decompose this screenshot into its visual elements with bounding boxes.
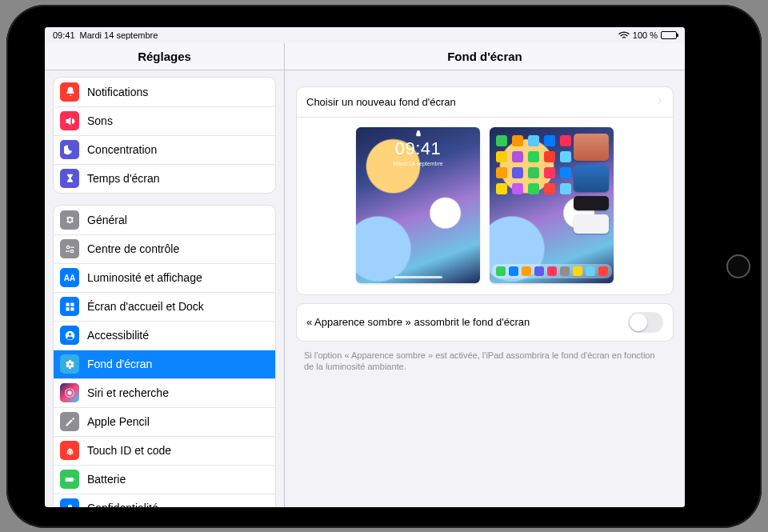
- sidebar-item-label: Centre de contrôle: [87, 242, 267, 255]
- wallpaper-group: Choisir un nouveau fond d'écran 0: [296, 86, 674, 295]
- home-screen-preview[interactable]: [490, 127, 614, 283]
- sidebar-title: Réglages: [45, 43, 285, 70]
- sidebar-item-label: Apple Pencil: [87, 415, 267, 428]
- speaker-icon: [60, 111, 79, 130]
- wallpaper-previews: 09:41 Mardi 14 septembre: [297, 117, 673, 294]
- sidebar-item-label: Sons: [87, 114, 267, 127]
- sidebar-item-privacy[interactable]: Confidentialité: [54, 494, 275, 507]
- aa-icon: AA: [60, 268, 79, 287]
- lock-screen-preview[interactable]: 09:41 Mardi 14 septembre: [356, 127, 480, 283]
- person-icon: [60, 326, 79, 345]
- screen: 09:41 Mardi 14 septembre 100 % Réglages …: [45, 27, 685, 507]
- sidebar-item-label: Touch ID et code: [87, 444, 267, 457]
- sidebar-item-battery[interactable]: Batterie: [54, 465, 275, 494]
- lock-preview-date: Mardi 14 septembre: [356, 161, 480, 166]
- sidebar-item-control-center[interactable]: Centre de contrôle: [54, 234, 275, 263]
- choose-wallpaper-row[interactable]: Choisir un nouveau fond d'écran: [297, 87, 673, 117]
- detail-title: Fond d'écran: [285, 43, 685, 70]
- sidebar-item-focus[interactable]: Concentration: [54, 135, 275, 164]
- sidebar-item-label: Accessibilité: [87, 329, 267, 342]
- switches-icon: [60, 239, 79, 258]
- sidebar-item-label: Notifications: [87, 86, 267, 98]
- status-time: 09:41: [53, 30, 75, 40]
- sidebar-item-label: Temps d'écran: [87, 172, 267, 185]
- status-date: Mardi 14 septembre: [80, 30, 158, 40]
- sidebar-item-screentime[interactable]: Temps d'écran: [54, 164, 275, 193]
- swipe-bar: [394, 276, 442, 278]
- lock-preview-time: 09:41: [356, 138, 480, 159]
- bell-icon: [60, 82, 79, 102]
- home-preview-widgets: [574, 134, 609, 238]
- chevron-right-icon: [657, 95, 663, 109]
- fingerprint-icon: [60, 441, 79, 460]
- choose-wallpaper-label: Choisir un nouveau fond d'écran: [306, 96, 456, 108]
- sidebar-item-label: Concentration: [87, 143, 267, 156]
- status-bar: 09:41 Mardi 14 septembre 100 %: [45, 27, 685, 43]
- sidebar-item-label: Général: [87, 214, 267, 226]
- sidebar-item-touchid[interactable]: Touch ID et code: [54, 436, 275, 465]
- moon-icon: [60, 140, 79, 159]
- battery-icon: [60, 470, 79, 489]
- svg-point-1: [67, 390, 71, 394]
- flower-icon: [60, 354, 79, 374]
- battery-text: 100 %: [633, 30, 658, 40]
- dark-dims-footer: Si l'option « Apparence sombre » est act…: [304, 350, 666, 374]
- sidebar-item-label: Confidentialité: [87, 502, 267, 507]
- dark-dims-label: « Apparence sombre » assombrit le fond d…: [306, 316, 530, 328]
- sidebar-item-label: Batterie: [87, 473, 267, 486]
- sidebar-item-display[interactable]: AALuminosité et affichage: [54, 263, 275, 292]
- sidebar-item-general[interactable]: Général: [54, 206, 275, 234]
- sidebar-item-label: Siri et recherche: [87, 386, 267, 399]
- sidebar-item-accessibility[interactable]: Accessibilité: [54, 321, 275, 350]
- siri-icon: [60, 383, 79, 402]
- ipad-device-frame: 09:41 Mardi 14 septembre 100 % Réglages …: [6, 5, 762, 528]
- detail-pane: Choisir un nouveau fond d'écran 0: [285, 70, 685, 507]
- dark-dims-row[interactable]: « Apparence sombre » assombrit le fond d…: [297, 304, 673, 341]
- home-preview-dock: [492, 264, 612, 278]
- dark-dims-group: « Apparence sombre » assombrit le fond d…: [296, 303, 674, 342]
- wifi-icon: [618, 31, 630, 39]
- settings-sidebar[interactable]: NotificationsSonsConcentrationTemps d'éc…: [45, 70, 285, 507]
- dark-dims-toggle[interactable]: [628, 312, 663, 333]
- sidebar-item-wallpaper[interactable]: Fond d'écran: [54, 350, 275, 378]
- sidebar-item-label: Fond d'écran: [87, 358, 267, 370]
- home-preview-apps: [496, 135, 571, 194]
- home-button[interactable]: [726, 254, 750, 278]
- gear-icon: [60, 210, 79, 230]
- grid-icon: [60, 297, 79, 316]
- sidebar-item-pencil[interactable]: Apple Pencil: [54, 407, 275, 436]
- sidebar-item-sounds[interactable]: Sons: [54, 106, 275, 135]
- sidebar-item-siri[interactable]: Siri et recherche: [54, 378, 275, 407]
- sidebar-item-homescreen[interactable]: Écran d'accueil et Dock: [54, 292, 275, 321]
- sidebar-item-label: Écran d'accueil et Dock: [87, 300, 267, 313]
- hand-icon: [60, 498, 79, 507]
- sidebar-item-notifications[interactable]: Notifications: [54, 78, 275, 106]
- pencil-icon: [60, 412, 79, 431]
- hourglass-icon: [60, 169, 79, 188]
- sidebar-item-label: Luminosité et affichage: [87, 271, 267, 284]
- title-row: Réglages Fond d'écran: [45, 43, 685, 70]
- battery-icon: [661, 31, 677, 39]
